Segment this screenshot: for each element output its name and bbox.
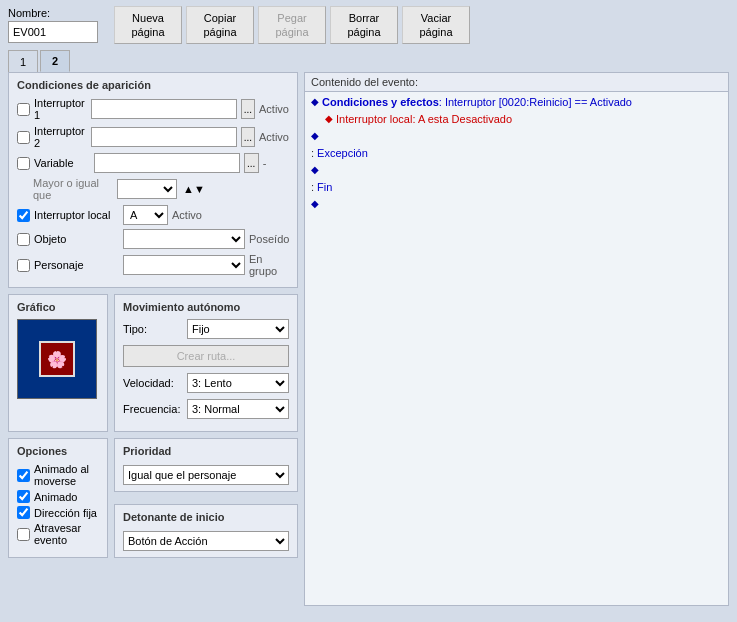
interruptor-local-state: Activo (172, 209, 212, 221)
objeto-checkbox[interactable] (17, 233, 30, 246)
grafico-title: Gráfico (17, 301, 99, 313)
vaciar-pagina-button[interactable]: Vaciarpágina (402, 6, 470, 44)
interruptor1-state: Activo (259, 103, 289, 115)
diamond-icon-7: ◆ (311, 198, 319, 209)
objeto-select[interactable] (123, 229, 245, 249)
tab-1[interactable]: 1 (8, 50, 38, 72)
interruptor-local-select[interactable]: A B C D (123, 205, 168, 225)
prioridad-title: Prioridad (123, 445, 289, 457)
interruptor1-input[interactable] (91, 99, 237, 119)
interruptor2-state: Activo (259, 131, 289, 143)
direccion-fija-row: Dirección fija (17, 506, 99, 519)
main-content: Condiciones de aparición Interruptor 1 .… (0, 72, 737, 612)
crear-ruta-button[interactable]: Crear ruta... (123, 345, 289, 367)
event-line-2: ◆ Interruptor local: A esta Desactivado (325, 113, 722, 129)
variable-dots-button[interactable]: ... (244, 153, 259, 173)
copiar-pagina-button[interactable]: Copiarpágina (186, 6, 254, 44)
atravesar-label: Atravesar evento (34, 522, 99, 546)
animado-row: Animado (17, 490, 99, 503)
detonante-title: Detonante de inicio (123, 511, 289, 523)
interruptor2-dots-button[interactable]: ... (241, 127, 255, 147)
diamond-icon-2: ◆ (325, 113, 333, 124)
variable-input[interactable] (94, 153, 240, 173)
opciones-section: Opciones Animado al moverse Animado Dire… (8, 438, 108, 558)
tipo-label: Tipo: (123, 323, 183, 335)
animado-mover-label: Animado al moverse (34, 463, 99, 487)
detonante-select[interactable]: Botón de Acción Contacto con el personaj… (123, 531, 289, 551)
interruptor1-row: Interruptor 1 ... Activo (17, 97, 289, 121)
opciones-title: Opciones (17, 445, 99, 457)
interruptor1-checkbox[interactable] (17, 103, 30, 116)
left-panel: Condiciones de aparición Interruptor 1 .… (8, 72, 298, 606)
velocidad-select[interactable]: 1: Muy lento 2: Lento 3: Lento 4: Normal… (187, 373, 289, 393)
animado-label: Animado (34, 491, 77, 503)
sprite-icon: 🌸 (47, 350, 67, 369)
personaje-state: En grupo (249, 253, 289, 277)
tabs-row: 1 2 (0, 50, 737, 72)
animado-checkbox[interactable] (17, 490, 30, 503)
direccion-fija-label: Dirección fija (34, 507, 97, 519)
interruptor-local-row: Interruptor local A B C D Activo (17, 205, 289, 225)
variable-dash: - (263, 157, 289, 169)
grafico-movimiento-row: Gráfico 🌸 Movimiento autónomo Tipo: Fijo… (8, 294, 298, 432)
tab-2[interactable]: 2 (40, 50, 70, 72)
toolbar-buttons: Nuevapágina Copiarpágina Pegarpágina Bor… (114, 6, 470, 44)
interruptor-local-checkbox[interactable] (17, 209, 30, 222)
variable-row: Variable ... - (17, 153, 289, 173)
interruptor2-checkbox[interactable] (17, 131, 30, 144)
diamond-icon-3: ◆ (311, 130, 319, 141)
sprite-inner: 🌸 (39, 341, 75, 377)
interruptor2-label: Interruptor 2 (34, 125, 87, 149)
direccion-fija-checkbox[interactable] (17, 506, 30, 519)
diamond-icon-1: ◆ (311, 96, 319, 107)
colon-4: : (311, 147, 314, 159)
name-input[interactable] (8, 21, 98, 43)
tipo-select[interactable]: Fijo Aleatorio Subir escaleras Personali… (187, 319, 289, 339)
condiciones-title: Condiciones de aparición (17, 79, 289, 91)
borrar-pagina-button[interactable]: Borrarpágina (330, 6, 398, 44)
event-text-6: Fin (317, 181, 332, 193)
top-bar: Nombre: Nuevapágina Copiarpágina Pegarpá… (0, 0, 737, 50)
atravesar-checkbox[interactable] (17, 528, 30, 541)
interruptor1-dots-button[interactable]: ... (241, 99, 255, 119)
event-line-1: ◆ Condiciones y efectos: Interruptor [00… (311, 96, 722, 112)
objeto-label: Objeto (34, 233, 119, 245)
event-content-area[interactable]: ◆ Condiciones y efectos: Interruptor [00… (305, 92, 728, 605)
event-line-3: ◆ (311, 130, 722, 146)
condiciones-section: Condiciones de aparición Interruptor 1 .… (8, 72, 298, 288)
velocidad-row: Velocidad: 1: Muy lento 2: Lento 3: Lent… (123, 373, 289, 393)
movement-title: Movimiento autónomo (123, 301, 289, 313)
event-line-5: ◆ (311, 164, 722, 180)
pegar-pagina-button[interactable]: Pegarpágina (258, 6, 326, 44)
animado-mover-checkbox[interactable] (17, 469, 30, 482)
personaje-label: Personaje (34, 259, 119, 271)
variable-label: Variable (34, 157, 90, 169)
event-line-7: ◆ (311, 198, 722, 214)
personaje-row: Personaje En grupo (17, 253, 289, 277)
velocidad-label: Velocidad: (123, 377, 183, 389)
prioridad-select[interactable]: Abajo del personaje Igual que el persona… (123, 465, 289, 485)
nueva-pagina-button[interactable]: Nuevapágina (114, 6, 182, 44)
sprite-area[interactable]: 🌸 (17, 319, 97, 399)
interruptor2-input[interactable] (91, 127, 237, 147)
tipo-row: Tipo: Fijo Aleatorio Subir escaleras Per… (123, 319, 289, 339)
event-text-1: Condiciones y efectos: Interruptor [0020… (322, 96, 632, 108)
event-content-title: Contenido del evento: (305, 73, 728, 92)
personaje-checkbox[interactable] (17, 259, 30, 272)
name-label: Nombre: (8, 7, 98, 19)
personaje-select[interactable] (123, 255, 245, 275)
colon-6: : (311, 181, 314, 193)
objeto-row: Objeto Poseído (17, 229, 289, 249)
variable-checkbox[interactable] (17, 157, 30, 170)
interruptor1-label: Interruptor 1 (34, 97, 87, 121)
frecuencia-label: Frecuencia: (123, 403, 183, 415)
objeto-state: Poseído (249, 233, 289, 245)
name-section: Nombre: (8, 7, 98, 43)
diamond-icon-5: ◆ (311, 164, 319, 175)
mayor-select[interactable] (117, 179, 177, 199)
frecuencia-select[interactable]: 1: Muy baja 2: Baja 3: Normal 4: Alta 5:… (187, 399, 289, 419)
mayor-row: Mayor o igual que ▲▼ (17, 177, 289, 201)
event-text-4: Excepción (317, 147, 368, 159)
detonante-section: Detonante de inicio Botón de Acción Cont… (114, 504, 298, 558)
frecuencia-row: Frecuencia: 1: Muy baja 2: Baja 3: Norma… (123, 399, 289, 419)
